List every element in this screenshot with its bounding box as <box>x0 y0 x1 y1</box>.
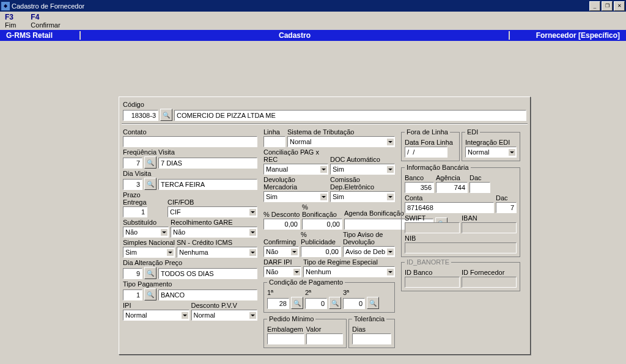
tipoav-select[interactable]: Aviso de Debito <box>343 246 395 257</box>
contato-label: Contato <box>123 128 257 136</box>
diaalt-num-input[interactable] <box>123 268 142 279</box>
devm-label: Devolução Mercadoria <box>263 176 328 191</box>
dac2-input[interactable] <box>496 202 517 213</box>
comd-label: Comissão Dep.Eletrônico <box>330 176 395 191</box>
codigo-label: Código <box>123 101 526 108</box>
tipopg-desc-input[interactable] <box>158 289 257 300</box>
treg-label: Tipo de Regime Especial <box>303 258 395 266</box>
descpvv-label: Desconto P.V.V <box>191 302 258 309</box>
pdesc-input[interactable] <box>263 219 300 230</box>
codigo-lookup-button[interactable]: 🔍 <box>160 109 172 121</box>
conta-label: Conta <box>405 194 494 202</box>
freq-num-input[interactable] <box>123 158 142 169</box>
diav-desc-input[interactable] <box>158 179 257 190</box>
iban-input[interactable] <box>462 222 517 233</box>
idbanco-input[interactable] <box>405 277 460 288</box>
idforn-label: ID Fornecedor <box>462 269 517 276</box>
simples-select[interactable]: Sim <box>123 247 175 258</box>
darf-select[interactable]: Não <box>263 266 301 277</box>
gare-select[interactable]: Não <box>171 227 257 238</box>
menu-f3[interactable]: F3 Fim <box>5 13 16 29</box>
linha-input[interactable] <box>263 136 285 147</box>
freq-label: Freqüência Visita <box>123 148 257 156</box>
subst-select[interactable]: Não <box>123 227 169 238</box>
window-title: Cadastro de Fornecedor <box>12 2 588 10</box>
banco-input[interactable] <box>405 182 434 193</box>
diaalt-label: Dia Alteração Preço <box>123 259 257 266</box>
diaalt-desc-input[interactable] <box>158 268 257 279</box>
diaalt-lookup-button[interactable]: 🔍 <box>144 267 156 279</box>
tipopg-label: Tipo Pagamento <box>123 280 257 288</box>
prazo-label: Prazo Entrega <box>123 191 166 206</box>
maximize-button[interactable]: ❐ <box>602 1 613 11</box>
conc-label: Conciliação PAG x REC <box>263 148 328 163</box>
idforn-input[interactable] <box>462 277 517 288</box>
dac1-input[interactable] <box>470 182 490 193</box>
ciffob-select[interactable]: CIF <box>168 206 257 217</box>
contato-input[interactable] <box>123 136 257 147</box>
menu-f4[interactable]: F4 Confirmar <box>31 13 60 29</box>
menu-f3-label: Fim <box>5 21 16 29</box>
sist-select[interactable]: Normal <box>287 136 395 147</box>
tol-legend: Tolerância <box>352 315 386 322</box>
tipopg-num-input[interactable] <box>123 289 142 300</box>
c2-input[interactable] <box>305 298 327 309</box>
codigo-input[interactable] <box>123 110 158 121</box>
condicao-pagamento-group: Condição de Pagamento 1ª 🔍 2ª 🔍 <box>263 278 395 313</box>
nib-input[interactable] <box>405 242 517 253</box>
ciffob-label: CIF/FOB <box>168 198 257 206</box>
close-button[interactable]: ✕ <box>614 1 625 11</box>
binoculars-icon: 🔍 <box>331 300 339 307</box>
val-input[interactable] <box>306 333 344 344</box>
c1-input[interactable] <box>267 298 289 309</box>
conf-select[interactable]: Não <box>263 246 299 257</box>
linha-label: Linha <box>263 128 285 136</box>
menu-f4-label: Confirmar <box>31 21 60 29</box>
c1-lookup-button[interactable]: 🔍 <box>291 297 303 309</box>
tipopg-lookup-button[interactable]: 🔍 <box>144 288 156 300</box>
pbon-input[interactable] <box>302 219 342 230</box>
treg-select[interactable]: Nenhum <box>303 266 395 277</box>
c2-lookup-button[interactable]: 🔍 <box>329 297 341 309</box>
diav-lookup-button[interactable]: 🔍 <box>144 178 156 190</box>
idb-legend: ID_BANORTE <box>405 258 451 266</box>
emb-input[interactable] <box>267 333 304 344</box>
edi-select[interactable]: Normal <box>465 147 517 158</box>
gare-label: Recolhimento GARE <box>171 219 257 226</box>
menubar: F3 Fim F4 Confirmar <box>0 12 626 30</box>
fora-date-input[interactable] <box>405 147 447 158</box>
module-left: G-RMS Retail <box>0 31 81 40</box>
doca-select[interactable]: Sim <box>330 164 395 175</box>
comd-select[interactable]: Sim <box>330 191 395 202</box>
app-icon: ◆ <box>1 2 10 10</box>
c3-input[interactable] <box>343 298 365 309</box>
c3-lookup-button[interactable]: 🔍 <box>367 297 379 309</box>
module-right: Fornecedor [Específico] <box>510 31 626 40</box>
ppub-input[interactable] <box>301 246 341 257</box>
conta-input[interactable] <box>405 202 494 213</box>
val-label: Valor <box>306 326 344 333</box>
conc-select[interactable]: Manual <box>263 164 328 175</box>
ipi-select[interactable]: Normal <box>123 310 190 321</box>
freq-lookup-button[interactable]: 🔍 <box>144 156 156 169</box>
ag-input[interactable] <box>436 182 468 193</box>
devm-select[interactable]: Sim <box>263 191 328 202</box>
minimize-button[interactable]: _ <box>589 1 600 11</box>
doca-label: DOC Automático <box>330 156 395 163</box>
dias-input[interactable] <box>352 333 391 344</box>
module-bar: G-RMS Retail Cadastro Fornecedor [Especí… <box>0 30 626 41</box>
diav-num-input[interactable] <box>123 179 142 190</box>
c1-label: 1ª <box>267 289 303 296</box>
darf-label: DARF IPI <box>263 258 301 266</box>
swift-input[interactable] <box>405 222 460 233</box>
pdesc-label: % Desconto <box>263 211 300 218</box>
edi-group: EDI Integração EDI Normal <box>462 128 520 161</box>
descpvv-select[interactable]: Normal <box>191 310 258 321</box>
nome-input[interactable] <box>174 110 526 121</box>
emb-label: Embalagem <box>267 326 304 333</box>
freq-desc-input[interactable] <box>158 158 257 169</box>
snci-select[interactable]: Nenhuma <box>177 247 257 258</box>
tipoav-label: Tipo Aviso de Devolução <box>343 231 395 246</box>
ag-label: Agência <box>436 174 468 181</box>
prazo-input[interactable] <box>123 206 147 217</box>
